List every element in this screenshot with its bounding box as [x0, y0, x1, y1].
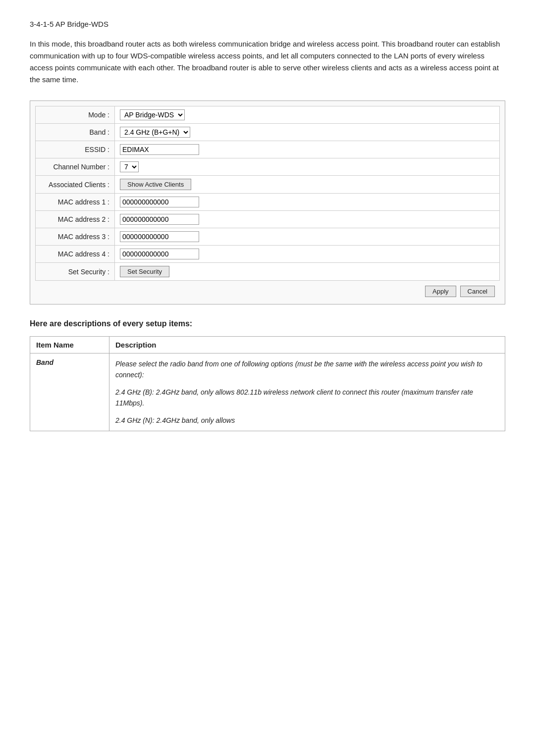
show-active-clients-button[interactable]: Show Active Clients: [120, 179, 191, 190]
settings-panel: Mode : AP Bridge-WDS Band : 2.4 GHz (B+G…: [30, 101, 505, 304]
set-security-button[interactable]: Set Security: [120, 266, 169, 277]
desc-para-3: 2.4 GHz (N): 2.4GHz band, only allows: [115, 415, 499, 426]
table-row: MAC address 2 :: [36, 211, 500, 228]
mac1-input[interactable]: [120, 197, 199, 207]
table-row: Associated Clients : Show Active Clients: [36, 176, 500, 194]
col-item-name-header: Item Name: [30, 337, 109, 353]
channel-label: Channel Number :: [36, 158, 115, 176]
cancel-button[interactable]: Cancel: [460, 286, 495, 297]
table-row: Band : 2.4 GHz (B+G+N): [36, 124, 500, 141]
apply-button[interactable]: Apply: [425, 286, 456, 297]
essid-label: ESSID :: [36, 141, 115, 158]
table-row: MAC address 3 :: [36, 228, 500, 246]
item-name-band: Band: [30, 353, 109, 431]
page-description: In this mode, this broadband router acts…: [30, 38, 505, 86]
mode-select[interactable]: AP Bridge-WDS: [120, 109, 185, 120]
page-title: 3-4-1-5 AP Bridge-WDS: [30, 20, 505, 28]
mac3-label: MAC address 3 :: [36, 228, 115, 246]
table-row: MAC address 4 :: [36, 246, 500, 263]
mode-label: Mode :: [36, 106, 115, 124]
mac2-input[interactable]: [120, 214, 199, 225]
channel-select[interactable]: 7: [120, 161, 139, 172]
col-description-header: Description: [109, 337, 505, 353]
table-row: Channel Number : 7: [36, 158, 500, 176]
mac3-input[interactable]: [120, 231, 199, 242]
band-select[interactable]: 2.4 GHz (B+G+N): [120, 127, 190, 138]
table-row: Set Security : Set Security: [36, 263, 500, 281]
mac1-label: MAC address 1 :: [36, 194, 115, 211]
item-description-band: Please select the radio band from one of…: [109, 353, 505, 431]
associated-label: Associated Clients :: [36, 176, 115, 194]
desc-table-row: Band Please select the radio band from o…: [30, 353, 505, 431]
mac4-input[interactable]: [120, 249, 199, 259]
mac2-label: MAC address 2 :: [36, 211, 115, 228]
section-heading: Here are descriptions of every setup ite…: [30, 319, 505, 328]
band-label: Band :: [36, 124, 115, 141]
description-table: Item Name Description Band Please select…: [30, 336, 505, 431]
desc-para-2: 2.4 GHz (B): 2.4GHz band, only allows 80…: [115, 387, 499, 409]
settings-table: Mode : AP Bridge-WDS Band : 2.4 GHz (B+G…: [35, 106, 500, 281]
table-row: MAC address 1 :: [36, 194, 500, 211]
mac4-label: MAC address 4 :: [36, 246, 115, 263]
table-header-row: Item Name Description: [30, 337, 505, 353]
security-label: Set Security :: [36, 263, 115, 281]
action-row: Apply Cancel: [35, 281, 500, 299]
desc-para-1: Please select the radio band from one of…: [115, 358, 499, 381]
table-row: ESSID :: [36, 141, 500, 158]
essid-input[interactable]: [120, 144, 199, 155]
table-row: Mode : AP Bridge-WDS: [36, 106, 500, 124]
